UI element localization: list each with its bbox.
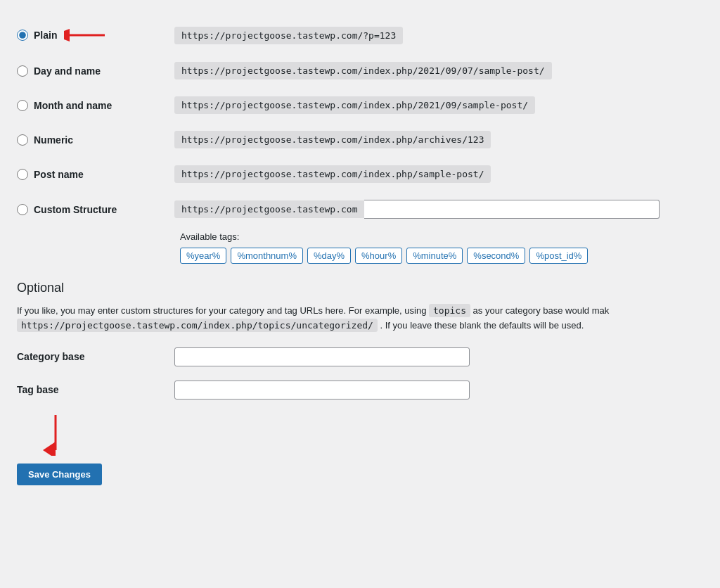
category-base-row: Category base [17,347,703,366]
optional-title: Optional [17,281,703,295]
optional-desc-1: If you like, you may enter custom struct… [17,305,426,316]
option-row-plain: Plain https://projectgoose.tastewp.com/?… [17,17,703,53]
option-text-custom: Custom Structure [34,204,117,215]
option-label-post-name[interactable]: Post name [17,169,158,180]
category-base-input[interactable] [174,347,470,366]
radio-post-name[interactable] [17,169,28,180]
option-text-plain: Plain [34,30,57,41]
radio-plain[interactable] [17,30,28,41]
topics-badge: topics [429,304,470,317]
option-row-custom: Custom Structure https://projectgoose.ta… [17,191,703,227]
optional-desc-2: as your category base would mak [473,305,610,316]
url-preview-plain: https://projectgoose.tastewp.com/?p=123 [174,27,403,44]
optional-section: Optional If you like, you may enter cust… [17,281,703,485]
permalink-options: Plain https://projectgoose.tastewp.com/?… [17,17,703,264]
tag-monthnum[interactable]: %monthnum% [231,248,303,264]
option-label-custom[interactable]: Custom Structure [17,204,158,215]
red-arrow-down-icon [38,414,73,456]
option-label-plain[interactable]: Plain [17,25,158,45]
tag-base-row: Tag base [17,381,703,400]
optional-description: If you like, you may enter custom struct… [17,304,703,333]
tag-second[interactable]: %second% [467,248,525,264]
url-preview-month-name: https://projectgoose.tastewp.com/index.p… [174,96,535,114]
tag-base-label: Tag base [17,384,158,395]
option-label-month-name[interactable]: Month and name [17,100,158,111]
option-row-month-name: Month and name https://projectgoose.tast… [17,88,703,122]
tag-day[interactable]: %day% [307,248,351,264]
custom-structure-input[interactable] [364,200,660,219]
url-preview-numeric: https://projectgoose.tastewp.com/index.p… [174,131,491,148]
option-text-day-name: Day and name [34,65,101,77]
option-row-post-name: Post name https://projectgoose.tastewp.c… [17,157,703,191]
option-text-numeric: Numeric [34,134,73,146]
available-tags-section: Available tags: %year% %monthnum% %day% … [17,231,703,264]
option-label-day-name[interactable]: Day and name [17,65,158,77]
custom-structure-row: https://projectgoose.tastewp.com [174,200,660,219]
url-preview-day-name: https://projectgoose.tastewp.com/index.p… [174,62,552,79]
option-row-numeric: Numeric https://projectgoose.tastewp.com… [17,122,703,157]
url-preview-post-name: https://projectgoose.tastewp.com/index.p… [174,165,491,183]
tag-post-id[interactable]: %post_id% [529,248,588,264]
radio-day-name[interactable] [17,65,28,77]
optional-desc-3: . If you leave these blank the defaults … [380,320,584,331]
option-label-numeric[interactable]: Numeric [17,134,158,146]
category-base-label: Category base [17,351,158,362]
tag-hour[interactable]: %hour% [355,248,402,264]
radio-custom[interactable] [17,204,28,215]
available-tags-label: Available tags: [180,231,703,242]
tag-year[interactable]: %year% [180,248,226,264]
save-changes-button[interactable]: Save Changes [17,464,102,485]
tags-list: %year% %monthnum% %day% %hour% %minute% … [180,248,703,264]
radio-month-name[interactable] [17,100,28,111]
arrow-down-container [17,414,703,458]
red-arrow-plain-icon [64,25,106,45]
radio-numeric[interactable] [17,134,28,146]
custom-url-prefix: https://projectgoose.tastewp.com [174,200,364,218]
option-text-post-name: Post name [34,169,84,180]
optional-url-badge: https://projectgoose.tastewp.com/index.p… [17,319,378,332]
tag-base-input[interactable] [174,381,470,400]
option-row-day-name: Day and name https://projectgoose.tastew… [17,53,703,88]
option-text-month-name: Month and name [34,100,112,111]
tag-minute[interactable]: %minute% [406,248,463,264]
